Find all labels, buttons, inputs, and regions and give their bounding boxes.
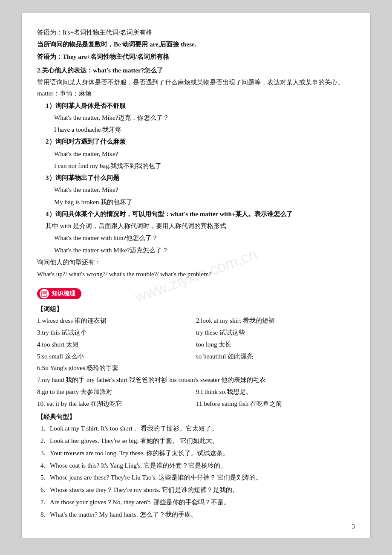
- vocab-col2-1: 2.look at my skirt 看我的短裙: [196, 315, 355, 327]
- line-2: 当所询问的物品是复数时，Be 动词要用 are,后面接 these.: [37, 39, 355, 50]
- subsection-2-line-1: What's the matter, Mike?: [54, 148, 355, 159]
- line-4: 2.关心他人的表达：what's the matter?怎么了: [37, 65, 355, 76]
- subsection-2-header: 2）询问对方遇到了什么麻烦: [46, 136, 355, 147]
- also-text: 询问他人的句型还有：: [37, 257, 355, 268]
- subsection-2-line-2: I can not find my bag.我找不到我的包了: [54, 160, 355, 171]
- line-3: 答语为：They are+名词性物主代词/名词所有格: [37, 51, 355, 62]
- subsection-3-header: 3）询问某物出了什么问题: [46, 172, 355, 183]
- knowledge-badge-text: 知识梳理: [52, 290, 75, 298]
- vocab-row-1: 1.whose dress 谁的连衣裙 2.look at my skirt 看…: [37, 315, 355, 327]
- classic-header: 【经典句型】: [37, 413, 355, 421]
- vocab-row-7: 8.go to the party 去参加派对 9.I think so.我想是…: [37, 386, 355, 398]
- vocab-full-6: 7.my hand 我的手 my father's shirt 我爸爸的衬衫 h…: [37, 374, 355, 386]
- badge-icon: [40, 289, 49, 298]
- vocab-row-6: 7.my hand 我的手 my father's shirt 我爸爸的衬衫 h…: [37, 374, 355, 386]
- classic-item-5: 5. Whose jeans are these? They're Liu Ta…: [40, 472, 355, 484]
- classic-item-1: 1. Look at my T-shirt. It's too short． 看…: [40, 423, 355, 435]
- classic-item-8: 8. What's the matter? My hand hurts. 怎么了…: [40, 509, 355, 521]
- vocab-row-4: 5.so small 这么小 so beautiful 如此漂亮: [37, 351, 355, 363]
- book-icon: [41, 291, 47, 297]
- vocab-header: 【词组】: [37, 305, 355, 313]
- vocab-col1-4: 5.so small 这么小: [37, 351, 196, 363]
- vocab-col2-8: 11.before eating fish 在吃鱼之前: [196, 398, 355, 410]
- vocab-row-5: 6.Su Yang's gloves 杨玲的手套: [37, 362, 355, 374]
- subsection-1-line-2: I have a toothache 我牙疼: [54, 124, 355, 135]
- classic-item-7: 7. Are those your gloves？No, they aren't…: [40, 497, 355, 509]
- vocab-col1-3: 4.too short 太短: [37, 339, 196, 351]
- vocab-col2-7: 9.I think so.我想是。: [196, 386, 355, 398]
- classic-item-6: 6. Whose shorts are they？They're my shor…: [40, 484, 355, 496]
- vocab-row-8: 10. eat it by the lake 在湖边吃它 11.before e…: [37, 398, 355, 410]
- also-line: What's up?/ what's wrong?/ what's the tr…: [37, 269, 355, 280]
- vocab-col1-7: 8.go to the party 去参加派对: [37, 386, 196, 398]
- page-number: 3: [352, 523, 355, 530]
- vocab-col2-3: too long 太长: [196, 339, 355, 351]
- subsection-1-line-1: What's the matter, Mike?迈克，你怎么了？: [54, 112, 355, 123]
- subsection-3-line-2: My bag is broken.我的包坏了: [54, 197, 355, 208]
- subsection-4-header: 4）询问具体某个人的情况时，可以用句型：what's the matter wi…: [46, 208, 355, 220]
- vocab-row-2: 3.try this 试试这个 try these 试试这些: [37, 327, 355, 339]
- vocab-col2-5: [196, 362, 355, 374]
- page: www.ziyxin.com.cn 答语为：It's+名词性物主代词/名词所有格…: [21, 13, 371, 538]
- intro-text: 常用语询问某人身体是否不舒服，是否遇到了什么麻烦或某物是否出现了问题等，表达对某…: [37, 77, 355, 99]
- content-area: 答语为：It's+名词性物主代词/名词所有格 当所询问的物品是复数时，Be 动词…: [37, 27, 355, 520]
- vocab-col2-2: try these 试试这些: [196, 327, 355, 339]
- classic-item-3: 3. Your trousers are too long. Try these…: [40, 448, 355, 460]
- vocab-col1-8: 10. eat it by the lake 在湖边吃它: [37, 398, 196, 410]
- vocab-row-3: 4.too short 太短 too long 太长: [37, 339, 355, 351]
- classic-item-2: 2. Look at her gloves. They're so big. 看…: [40, 435, 355, 447]
- vocab-col1-1: 1.whose dress 谁的连衣裙: [37, 315, 196, 327]
- subsection-4-sub: 其中 with 是介词，后面跟人称代词时，要用人称代词的宾格形式: [46, 220, 355, 231]
- vocab-col2-4: so beautiful 如此漂亮: [196, 351, 355, 363]
- subsection-1-header: 1）询问某人身体是否不舒服: [46, 100, 355, 111]
- classic-item-4: 4. Whose coat is this? It's Yang Ling's.…: [40, 460, 355, 472]
- subsection-3-line-1: What's the matter, Mike?: [54, 184, 355, 195]
- subsection-4-line-1: What's the matter with him?他怎么了？: [54, 232, 355, 243]
- line-1: 答语为：It's+名词性物主代词/名词所有格: [37, 27, 355, 38]
- subsection-4-line-2: What's the matter with Mike?迈克怎么了？: [54, 245, 355, 256]
- classic-list: 1. Look at my T-shirt. It's too short． 看…: [40, 423, 355, 520]
- vocab-col1-5: 6.Su Yang's gloves 杨玲的手套: [37, 362, 196, 374]
- vocab-col1-2: 3.try this 试试这个: [37, 327, 196, 339]
- knowledge-badge: 知识梳理: [37, 288, 81, 299]
- knowledge-badge-container: 知识梳理: [37, 284, 355, 303]
